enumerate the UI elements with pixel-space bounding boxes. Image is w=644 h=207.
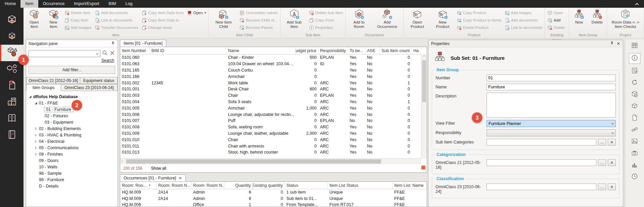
copy-item-data-from-button[interactable]: Copy Item Data from [140, 9, 185, 16]
new-product-button[interactable]: New Product [430, 8, 455, 29]
column-header-room-room-n[interactable]: Room: Room N... [191, 182, 224, 189]
document-panel-button[interactable] [629, 114, 640, 123]
add-images-button[interactable]: Add Images [503, 9, 544, 16]
omniclass-21-2012-05-16-field[interactable] [487, 159, 596, 166]
add-sub-item-button[interactable]: Add Sub Item [281, 8, 307, 29]
column-header-sub-item-count[interactable]: Sub Item count [380, 47, 412, 54]
column-header-item-list-name[interactable]: Item List: Name [393, 182, 426, 189]
change-serial-button[interactable]: Change serial [140, 24, 185, 31]
overwritten-values-button[interactable]: Overwritten values [238, 9, 279, 16]
copy-from-button[interactable]: Copy From [308, 16, 344, 24]
scrollbar-thumb[interactable] [126, 159, 381, 164]
nav-tab-omniclass-21-2012-05-16[interactable]: OmniClass 21 [2012-05-16] [26, 77, 80, 84]
nav-tab-equipment-status[interactable]: Equipment status [80, 77, 118, 84]
copy-item-button[interactable]: Copy Item [63, 16, 93, 24]
tree-item-03-hvac-plumbing[interactable]: 03 - HVAC & Plumbing [26, 132, 118, 138]
expander-closed-icon[interactable] [33, 146, 38, 150]
add-documents-button[interactable]: Add documents [93, 9, 140, 16]
open-button[interactable]: wwwOpen▾ [186, 9, 208, 16]
table-row[interactable]: 0101.00212345Work table0ARCYesNo1 [120, 80, 427, 86]
sync-panel-button[interactable] [629, 78, 640, 87]
open-item-button[interactable]: Open Item [24, 8, 44, 29]
table-row[interactable]: 0101.063103-04 Drawer on wheel: 103.04..… [120, 61, 427, 67]
table-row[interactable]: 0101.007Puff0EPLANNoNo0 [120, 118, 427, 124]
add-filter-button[interactable]: Add filter... [29, 66, 115, 74]
table-row[interactable]: 0101.001Desk Chair600ARCYesNo0 [120, 86, 427, 92]
nav-tab-omniclass-23-2010-06-24[interactable]: OmniClass 23 [2010-06-24] [61, 84, 118, 91]
open-button[interactable]: Open [546, 9, 566, 16]
rooms-module-button[interactable] [0, 12, 24, 28]
table-row[interactable]: 0101.013Stool, high, behind counter0ARCY… [120, 149, 427, 156]
info-panel-button[interactable] [629, 53, 640, 64]
table-row[interactable]: 0101.060Chair - Kinder500EPLANYesNo0 [120, 54, 427, 61]
attachments-module-button[interactable] [0, 78, 24, 94]
column-header-to-be[interactable]: To be... [348, 47, 365, 54]
close-icon[interactable]: ✕ [617, 41, 620, 46]
pin-icon[interactable] [111, 41, 115, 46]
tree-item-99-furniture[interactable]: 99 - Furniture [26, 176, 118, 183]
new-button[interactable]: New [570, 8, 588, 25]
become-parent-button[interactable]: Become Parent [238, 24, 279, 31]
delete-item-button[interactable]: Delete Item [63, 9, 93, 16]
product-box-panel-button[interactable] [629, 102, 640, 111]
chevron-down-icon[interactable] [611, 132, 614, 135]
tree-item-02-fixtures[interactable]: 02 - Fixtures [26, 113, 118, 119]
scroll-left-icon[interactable]: ‹ [122, 159, 123, 163]
tab-item[interactable]: Item [20, 0, 38, 8]
column-header-quantity[interactable]: Quantity [224, 182, 253, 189]
tree-item-d-details[interactable]: D - Details [26, 183, 118, 189]
properties-button[interactable]: Properties [308, 24, 344, 31]
search-input[interactable] [29, 50, 100, 57]
tree-item-03-equipment[interactable]: 03 - Equipment [26, 119, 118, 125]
tree-item-98-sample[interactable]: 98 - Sample [26, 170, 118, 176]
column-header-ha[interactable]: Ha [412, 47, 420, 54]
add-button[interactable]: Add [546, 16, 566, 24]
tab-import-export[interactable]: Import/Export [69, 0, 104, 8]
room-data-item-checks-button[interactable]: Room Data <- > Item Checks [608, 8, 643, 29]
filter-icon[interactable]: ▼ [148, 184, 151, 187]
description-field[interactable] [487, 93, 616, 118]
table-row[interactable]: 0101.006Lounge chair, adjustable for rec… [120, 111, 427, 118]
statistics-panel-button[interactable] [629, 161, 640, 170]
copy-item-data-to-button[interactable]: Copy Item Data to [140, 16, 185, 24]
collapse-ribbon-button[interactable] [635, 0, 639, 8]
column-header-ase[interactable]: ASE [365, 47, 380, 54]
tab-bim[interactable]: BIM [104, 0, 121, 8]
camera-panel-button[interactable] [629, 149, 640, 158]
items-horizontal-scrollbar[interactable]: ‹ [120, 158, 421, 164]
tab-home[interactable]: Home [0, 0, 20, 8]
pin-icon[interactable] [610, 41, 614, 46]
column-header-status[interactable]: Status [285, 182, 328, 189]
close-icon[interactable]: ✕ [179, 175, 182, 182]
tree-item-08-finishes[interactable]: 08 - Finishes [26, 151, 118, 157]
column-header-budget-price[interactable]: Budget price [296, 47, 318, 54]
ellipsis-button[interactable]: … [598, 139, 606, 146]
column-header-existing-quantity[interactable]: Existing quantity [253, 182, 285, 189]
link-to-documents-button[interactable]: Link to documents [93, 16, 140, 24]
room-list-module-button[interactable] [0, 28, 24, 45]
tab-occurrence[interactable]: Occurrence [38, 0, 70, 8]
table-row[interactable]: 0101.005Armchair1,000ARCYesNo0 [120, 105, 427, 111]
table-row[interactable]: 0101.003Chair0EPLANYesNo0 [120, 92, 427, 99]
tree-item-09-doors[interactable]: 09 - Doors [26, 157, 118, 164]
column-header-responsibility[interactable]: Responsibility [318, 47, 348, 54]
copy-product-to-items-button[interactable]: Copy Product to Items [455, 16, 503, 24]
responsibility-dropdown[interactable] [487, 129, 616, 136]
tree-item-02-building-elements[interactable]: 02 - Building Elements [26, 125, 118, 132]
omniclass-23-2010-06-24-field[interactable] [487, 183, 596, 190]
column-header-bim-id[interactable]: BIM ID [150, 47, 226, 54]
link-panel-button[interactable] [629, 125, 640, 134]
table-row[interactable]: 0101.009Lounge chair, leather, adjustabl… [120, 130, 427, 137]
scrollbar-thumb[interactable] [422, 60, 426, 102]
table-row[interactable]: 0101.010Chair0ARCYesNo0 [120, 136, 427, 143]
tree-item-10-walls[interactable]: 10 - Walls [26, 164, 118, 170]
table-row[interactable]: 0101.166Armchair0YesNo0 [120, 73, 427, 80]
search-link[interactable]: Search [30, 58, 114, 63]
expander-closed-icon[interactable] [33, 127, 38, 130]
column-header-name[interactable]: Name [226, 47, 296, 54]
clear-button[interactable]: ✕ [608, 139, 616, 146]
clear-button[interactable]: ✕ [608, 183, 616, 190]
reports-module-button[interactable] [0, 111, 24, 127]
expander-closed-icon[interactable] [33, 153, 38, 156]
table-row[interactable]: 0101.004Sofa 3 seats0ARCYesNo1 [120, 99, 427, 105]
